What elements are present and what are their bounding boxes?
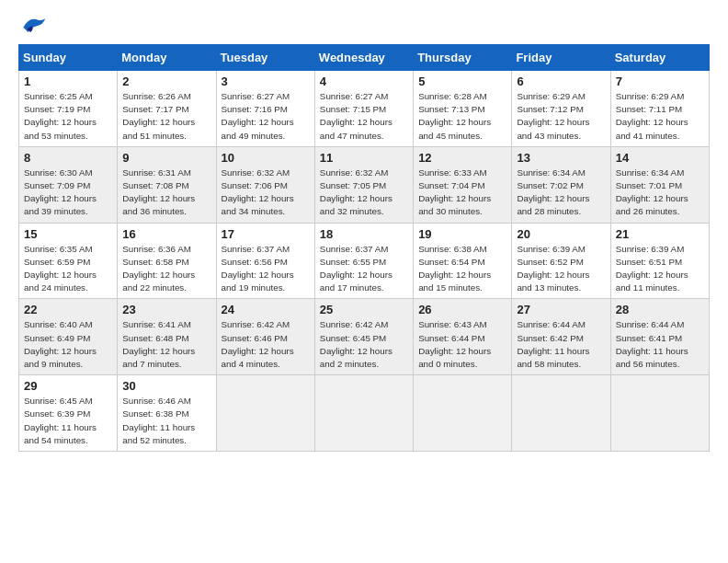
day-number: 20 bbox=[517, 227, 605, 241]
day-info: Sunrise: 6:25 AM Sunset: 7:19 PM Dayligh… bbox=[24, 90, 112, 143]
day-number: 30 bbox=[122, 379, 210, 393]
header-sunday: Sunday bbox=[19, 45, 118, 71]
day-number: 5 bbox=[418, 75, 506, 88]
day-number: 8 bbox=[24, 151, 112, 165]
day-info: Sunrise: 6:27 AM Sunset: 7:16 PM Dayligh… bbox=[222, 90, 310, 143]
day-info: Sunrise: 6:29 AM Sunset: 7:11 PM Dayligh… bbox=[616, 90, 704, 143]
calendar-cell: 12Sunrise: 6:33 AM Sunset: 7:04 PM Dayli… bbox=[414, 146, 512, 223]
day-info: Sunrise: 6:30 AM Sunset: 7:09 PM Dayligh… bbox=[24, 167, 112, 219]
calendar-week-row: 15Sunrise: 6:35 AM Sunset: 6:59 PM Dayli… bbox=[19, 223, 710, 299]
day-info: Sunrise: 6:45 AM Sunset: 6:39 PM Dayligh… bbox=[24, 395, 112, 447]
day-info: Sunrise: 6:31 AM Sunset: 7:08 PM Dayligh… bbox=[122, 167, 210, 219]
day-number: 25 bbox=[320, 303, 408, 316]
calendar-cell: 2Sunrise: 6:26 AM Sunset: 7:17 PM Daylig… bbox=[118, 71, 216, 147]
day-number: 18 bbox=[320, 227, 408, 241]
day-info: Sunrise: 6:42 AM Sunset: 6:45 PM Dayligh… bbox=[320, 318, 408, 371]
day-number: 11 bbox=[320, 151, 408, 165]
calendar-cell: 14Sunrise: 6:34 AM Sunset: 7:01 PM Dayli… bbox=[610, 146, 709, 223]
calendar-cell: 16Sunrise: 6:36 AM Sunset: 6:58 PM Dayli… bbox=[118, 223, 216, 299]
day-number: 22 bbox=[24, 303, 112, 316]
calendar-cell: 20Sunrise: 6:39 AM Sunset: 6:52 PM Dayli… bbox=[512, 223, 610, 299]
day-number: 15 bbox=[24, 227, 112, 241]
day-info: Sunrise: 6:37 AM Sunset: 6:56 PM Dayligh… bbox=[222, 243, 310, 295]
day-info: Sunrise: 6:38 AM Sunset: 6:54 PM Dayligh… bbox=[418, 243, 506, 295]
day-number: 3 bbox=[222, 75, 310, 88]
calendar-cell: 25Sunrise: 6:42 AM Sunset: 6:45 PM Dayli… bbox=[314, 299, 413, 375]
calendar-cell: 5Sunrise: 6:28 AM Sunset: 7:13 PM Daylig… bbox=[414, 71, 512, 147]
day-number: 7 bbox=[616, 75, 704, 88]
day-number: 17 bbox=[222, 227, 310, 241]
calendar-cell: 11Sunrise: 6:32 AM Sunset: 7:05 PM Dayli… bbox=[314, 146, 413, 223]
logo bbox=[18, 15, 51, 35]
day-info: Sunrise: 6:34 AM Sunset: 7:01 PM Dayligh… bbox=[616, 167, 704, 219]
day-info: Sunrise: 6:44 AM Sunset: 6:41 PM Dayligh… bbox=[616, 318, 704, 371]
day-number: 19 bbox=[418, 227, 506, 241]
calendar-cell: 23Sunrise: 6:41 AM Sunset: 6:48 PM Dayli… bbox=[118, 299, 216, 375]
day-info: Sunrise: 6:28 AM Sunset: 7:13 PM Dayligh… bbox=[418, 90, 506, 143]
calendar-cell: 28Sunrise: 6:44 AM Sunset: 6:41 PM Dayli… bbox=[610, 299, 709, 375]
calendar-cell bbox=[610, 375, 709, 452]
day-number: 13 bbox=[517, 151, 605, 165]
day-info: Sunrise: 6:43 AM Sunset: 6:44 PM Dayligh… bbox=[418, 318, 506, 371]
day-info: Sunrise: 6:32 AM Sunset: 7:05 PM Dayligh… bbox=[320, 167, 408, 219]
day-number: 9 bbox=[122, 151, 210, 165]
header-tuesday: Tuesday bbox=[216, 45, 314, 71]
day-number: 2 bbox=[122, 75, 210, 88]
calendar-cell bbox=[314, 375, 413, 452]
calendar-cell bbox=[216, 375, 314, 452]
day-number: 16 bbox=[122, 227, 210, 241]
calendar-cell: 24Sunrise: 6:42 AM Sunset: 6:46 PM Dayli… bbox=[216, 299, 314, 375]
day-info: Sunrise: 6:44 AM Sunset: 6:42 PM Dayligh… bbox=[517, 318, 605, 371]
day-info: Sunrise: 6:41 AM Sunset: 6:48 PM Dayligh… bbox=[122, 318, 210, 371]
day-info: Sunrise: 6:37 AM Sunset: 6:55 PM Dayligh… bbox=[320, 243, 408, 295]
page-header bbox=[18, 15, 710, 35]
day-number: 24 bbox=[222, 303, 310, 316]
calendar-cell: 18Sunrise: 6:37 AM Sunset: 6:55 PM Dayli… bbox=[314, 223, 413, 299]
calendar-cell: 6Sunrise: 6:29 AM Sunset: 7:12 PM Daylig… bbox=[512, 71, 610, 147]
calendar-cell: 9Sunrise: 6:31 AM Sunset: 7:08 PM Daylig… bbox=[118, 146, 216, 223]
header-thursday: Thursday bbox=[414, 45, 512, 71]
calendar-week-row: 1Sunrise: 6:25 AM Sunset: 7:19 PM Daylig… bbox=[19, 71, 710, 147]
day-info: Sunrise: 6:39 AM Sunset: 6:51 PM Dayligh… bbox=[616, 243, 704, 295]
day-info: Sunrise: 6:32 AM Sunset: 7:06 PM Dayligh… bbox=[222, 167, 310, 219]
calendar-cell: 7Sunrise: 6:29 AM Sunset: 7:11 PM Daylig… bbox=[610, 71, 709, 147]
calendar-cell: 26Sunrise: 6:43 AM Sunset: 6:44 PM Dayli… bbox=[414, 299, 512, 375]
calendar-cell: 10Sunrise: 6:32 AM Sunset: 7:06 PM Dayli… bbox=[216, 146, 314, 223]
day-info: Sunrise: 6:34 AM Sunset: 7:02 PM Dayligh… bbox=[517, 167, 605, 219]
day-number: 21 bbox=[616, 227, 704, 241]
day-info: Sunrise: 6:35 AM Sunset: 6:59 PM Dayligh… bbox=[24, 243, 112, 295]
calendar-cell: 15Sunrise: 6:35 AM Sunset: 6:59 PM Dayli… bbox=[19, 223, 118, 299]
day-number: 12 bbox=[418, 151, 506, 165]
day-number: 4 bbox=[320, 75, 408, 88]
calendar-cell: 13Sunrise: 6:34 AM Sunset: 7:02 PM Dayli… bbox=[512, 146, 610, 223]
day-info: Sunrise: 6:46 AM Sunset: 6:38 PM Dayligh… bbox=[122, 395, 210, 447]
day-number: 1 bbox=[24, 75, 112, 88]
day-info: Sunrise: 6:36 AM Sunset: 6:58 PM Dayligh… bbox=[122, 243, 210, 295]
calendar-cell: 30Sunrise: 6:46 AM Sunset: 6:38 PM Dayli… bbox=[118, 375, 216, 452]
day-number: 28 bbox=[616, 303, 704, 316]
day-info: Sunrise: 6:40 AM Sunset: 6:49 PM Dayligh… bbox=[24, 318, 112, 371]
calendar-week-row: 29Sunrise: 6:45 AM Sunset: 6:39 PM Dayli… bbox=[19, 375, 710, 452]
calendar-cell: 4Sunrise: 6:27 AM Sunset: 7:15 PM Daylig… bbox=[314, 71, 413, 147]
day-info: Sunrise: 6:27 AM Sunset: 7:15 PM Dayligh… bbox=[320, 90, 408, 143]
calendar-cell: 22Sunrise: 6:40 AM Sunset: 6:49 PM Dayli… bbox=[19, 299, 118, 375]
header-friday: Friday bbox=[512, 45, 610, 71]
day-number: 14 bbox=[616, 151, 704, 165]
calendar-cell bbox=[512, 375, 610, 452]
day-info: Sunrise: 6:39 AM Sunset: 6:52 PM Dayligh… bbox=[517, 243, 605, 295]
day-info: Sunrise: 6:33 AM Sunset: 7:04 PM Dayligh… bbox=[418, 167, 506, 219]
calendar-cell: 21Sunrise: 6:39 AM Sunset: 6:51 PM Dayli… bbox=[610, 223, 709, 299]
logo-bird-icon bbox=[18, 15, 48, 35]
day-number: 29 bbox=[24, 379, 112, 393]
calendar-cell: 17Sunrise: 6:37 AM Sunset: 6:56 PM Dayli… bbox=[216, 223, 314, 299]
day-number: 23 bbox=[122, 303, 210, 316]
calendar-cell: 8Sunrise: 6:30 AM Sunset: 7:09 PM Daylig… bbox=[19, 146, 118, 223]
day-number: 6 bbox=[517, 75, 605, 88]
day-info: Sunrise: 6:29 AM Sunset: 7:12 PM Dayligh… bbox=[517, 90, 605, 143]
calendar-cell: 29Sunrise: 6:45 AM Sunset: 6:39 PM Dayli… bbox=[19, 375, 118, 452]
header-monday: Monday bbox=[118, 45, 216, 71]
day-info: Sunrise: 6:26 AM Sunset: 7:17 PM Dayligh… bbox=[122, 90, 210, 143]
calendar-cell: 27Sunrise: 6:44 AM Sunset: 6:42 PM Dayli… bbox=[512, 299, 610, 375]
day-number: 10 bbox=[222, 151, 310, 165]
calendar-week-row: 8Sunrise: 6:30 AM Sunset: 7:09 PM Daylig… bbox=[19, 146, 710, 223]
